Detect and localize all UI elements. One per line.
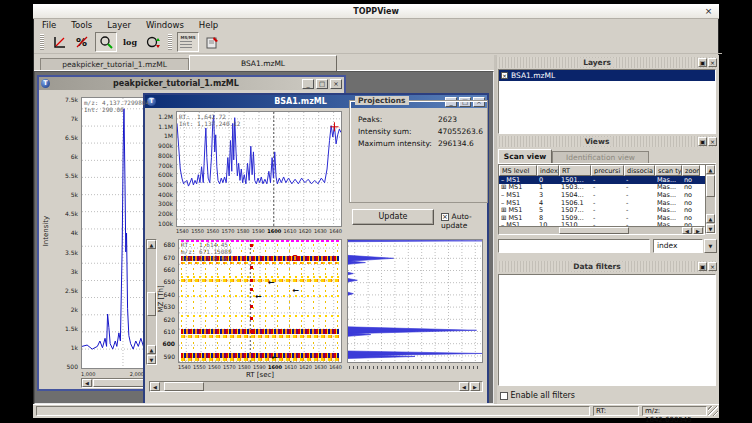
scroll-down-button[interactable]: ▼ <box>147 355 156 364</box>
close-icon[interactable]: × <box>708 137 717 146</box>
scroll-up-button[interactable]: ▲ <box>147 240 156 249</box>
2d-vscrollbar[interactable]: ▲ ▲ ▼ <box>146 239 157 365</box>
layers-title: Layers <box>579 58 615 67</box>
search-input[interactable] <box>498 239 650 253</box>
column-header[interactable]: dissocia <box>624 165 655 176</box>
peakpicker-titlebar[interactable]: T peakpicker_tutorial_1.mzML _ □ × <box>39 77 344 90</box>
heatmap-band <box>181 329 340 334</box>
menu-item[interactable]: File <box>42 20 56 30</box>
scroll-up-button[interactable]: ▲ <box>706 214 715 223</box>
scroll-left-button[interactable]: ◀ <box>682 227 692 234</box>
column-combo[interactable]: index <box>653 239 703 253</box>
tick-label: 700k <box>158 162 173 169</box>
update-button[interactable]: Update <box>352 209 434 225</box>
scan-table-body: – MS101501...--Mas...no⊞ MS111503...--Ma… <box>499 176 715 229</box>
table-vscrollbar[interactable]: ▲ ▲ ▼ <box>705 164 716 234</box>
heat-dot <box>250 330 253 333</box>
tick-label: 1580 <box>238 364 251 370</box>
peak-arrow-marker: ← <box>292 287 299 295</box>
scroll-thumb[interactable] <box>164 382 204 391</box>
mzproj-plot[interactable] <box>347 239 483 363</box>
window-bsa1[interactable]: T BSA1.mzML _ □ × 1.2M1.1M1M900k800k700k… <box>143 93 489 404</box>
scroll-left-button[interactable]: ◀ <box>459 382 469 391</box>
filters-list[interactable] <box>498 274 716 386</box>
views-dock-titlebar[interactable]: Views ▣ × <box>496 136 718 147</box>
zoom-icon[interactable] <box>95 32 117 52</box>
close-icon[interactable]: × <box>708 262 717 271</box>
metadata-icon[interactable] <box>202 33 222 51</box>
scroll-thumb[interactable] <box>93 379 148 387</box>
tick-label: 4k <box>71 229 78 236</box>
projections-row: Peaks:2623 <box>358 115 483 124</box>
menu-item[interactable]: Tools <box>71 20 92 30</box>
scroll-up-button[interactable]: ▲ <box>147 345 156 354</box>
layers-list[interactable]: × BSA1.mzML <box>498 69 716 134</box>
tab-scan-view[interactable]: Scan view <box>498 149 552 163</box>
menu-item[interactable]: Layer <box>107 20 131 30</box>
scroll-left-button[interactable]: ◀ <box>82 379 92 387</box>
float-icon[interactable]: ▣ <box>698 58 707 67</box>
combo-arrow-icon[interactable]: ▼ <box>704 239 717 253</box>
auto-update-checkbox[interactable]: × Auto-update <box>441 212 487 230</box>
heatmap-band <box>181 335 340 338</box>
close-icon[interactable]: × <box>708 58 717 67</box>
close-button[interactable]: × <box>330 79 342 89</box>
measure-icon[interactable] <box>143 33 163 51</box>
column-header[interactable]: RT <box>559 165 591 176</box>
float-icon[interactable]: ▣ <box>698 137 707 146</box>
layer-item-bsa1[interactable]: × BSA1.mzML <box>499 70 715 81</box>
scroll-up-button[interactable]: ▲ <box>706 165 715 174</box>
scroll-down-button[interactable]: ▼ <box>706 224 715 233</box>
heatmap-band <box>181 273 340 275</box>
column-header[interactable]: precursi <box>591 165 624 176</box>
msms-icon[interactable]: MS/MS <box>177 32 199 52</box>
scroll-right-button[interactable]: ▶ <box>470 382 480 391</box>
heatmap-band <box>181 285 340 287</box>
column-header[interactable]: zoom <box>682 165 700 176</box>
peak-arrow-marker: ← <box>289 359 296 363</box>
scan-table[interactable]: MS levelindexRTprecursidissociascan tyzo… <box>498 164 716 234</box>
projections-groupbox: Projections Peaks:2623 Intensity sum:470… <box>349 100 488 203</box>
menu-item[interactable]: Windows <box>146 20 184 30</box>
minimize-button[interactable]: _ <box>302 79 314 89</box>
column-header[interactable]: index <box>537 165 559 176</box>
layer-checkbox[interactable]: × <box>501 72 508 79</box>
menu-item[interactable]: Help <box>199 20 218 30</box>
main-close-button[interactable]: × <box>703 6 714 16</box>
resize-grip[interactable] <box>708 406 718 416</box>
tick-label: 1640 <box>329 228 342 234</box>
main-titlebar[interactable]: TOPPView <box>33 4 719 19</box>
peakmap-2d[interactable]: RT: 1,614.45 m/z: 671.15089 Int: 2,718.9… <box>178 239 342 363</box>
scan-table-header[interactable]: MS levelindexRTprecursidissociascan tyzo… <box>499 165 715 176</box>
enable-all-filters-checkbox[interactable]: Enable all filters <box>500 391 575 400</box>
views-title: Views <box>581 137 614 146</box>
log-intensity-icon[interactable]: log <box>120 33 140 51</box>
status-message-field <box>36 406 590 416</box>
checkbox-icon: × <box>441 213 449 221</box>
toolbar-grip[interactable] <box>168 34 172 50</box>
rtproj-readout: RT: 1,642.72 Int: 1,137,240.12 <box>179 113 240 127</box>
scroll-left-button[interactable]: ◀ <box>150 382 160 391</box>
column-header[interactable]: scan ty <box>655 165 682 176</box>
maximize-button[interactable]: □ <box>316 79 328 89</box>
float-icon[interactable]: ▣ <box>698 262 707 271</box>
tab-identification-view[interactable]: Identification view <box>552 151 649 163</box>
tick-label: 3k <box>71 268 78 275</box>
intensity-percentage-icon[interactable]: % <box>72 33 92 51</box>
column-header[interactable]: MS level <box>499 165 537 176</box>
scroll-right-button[interactable]: ▶ <box>693 227 703 234</box>
reset-axes-icon[interactable] <box>49 33 69 51</box>
rtproj-plot[interactable]: RT: 1,642.72 Int: 1,137,240.12 <box>176 111 342 227</box>
scroll-thumb[interactable] <box>559 227 629 234</box>
scroll-thumb[interactable] <box>706 175 715 197</box>
table-hscrollbar[interactable]: ◀ ▶ <box>498 226 705 235</box>
2d-hscrollbar[interactable]: ◀ ◀ ▶ <box>149 381 483 392</box>
tab-bsa1[interactable]: BSA1.mzML <box>189 55 337 71</box>
layers-dock-titlebar[interactable]: Layers ▣ × <box>496 57 718 68</box>
filters-dock-titlebar[interactable]: Data filters ▣ × <box>496 261 718 272</box>
toolbar-grip[interactable] <box>40 34 44 50</box>
peak-arrow-marker: ← <box>268 279 275 287</box>
tick-label: 5k <box>71 191 78 198</box>
scroll-thumb[interactable] <box>147 292 156 316</box>
tick-label: 7.5k <box>65 96 78 103</box>
